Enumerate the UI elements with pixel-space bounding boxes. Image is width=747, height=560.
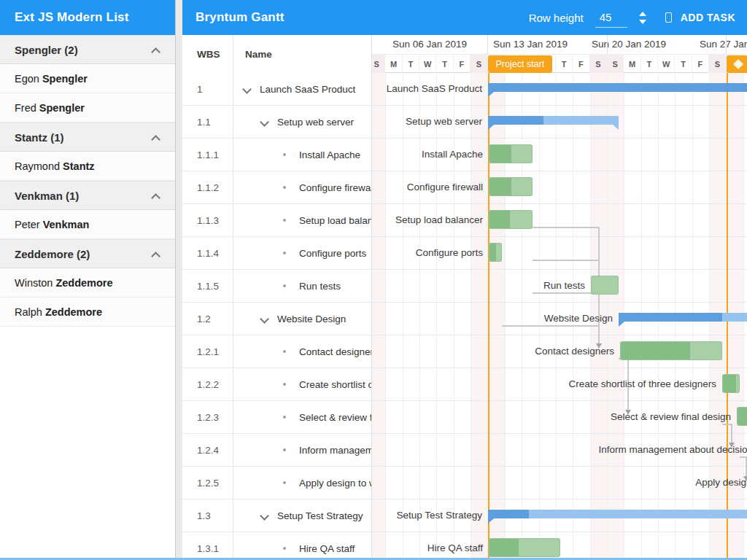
- task-name: Website Design: [277, 314, 346, 324]
- task-bar[interactable]: [489, 210, 533, 229]
- parent-task-bar[interactable]: [488, 510, 747, 518]
- wbs-cell[interactable]: 1.3: [182, 499, 233, 532]
- column-header-name[interactable]: Name: [233, 35, 372, 73]
- task-bar[interactable]: [489, 144, 533, 163]
- name-cell[interactable]: Inform management about decision: [233, 434, 372, 466]
- name-cell[interactable]: Configure ports: [233, 237, 372, 269]
- row-height-value[interactable]: 45: [595, 11, 612, 23]
- name-cell[interactable]: Select & review final design: [233, 401, 372, 433]
- name-cell[interactable]: Setup web server: [233, 106, 372, 138]
- row-height-field[interactable]: 45: [595, 11, 629, 24]
- list-group-header[interactable]: Zeddemore (2): [0, 239, 175, 268]
- bar-label: Contact designers: [535, 344, 614, 359]
- leaf-bullet-icon: [283, 153, 286, 156]
- wbs-cell[interactable]: 1.2: [182, 303, 233, 335]
- list-item[interactable]: RaymondStantz: [0, 152, 175, 181]
- row-height-spinner[interactable]: [639, 12, 646, 24]
- chevron-up-icon[interactable]: [151, 47, 160, 57]
- task-bar[interactable]: [620, 341, 722, 360]
- name-cell[interactable]: Launch SaaS Product: [233, 73, 372, 105]
- task-progress[interactable]: [488, 83, 747, 92]
- spinner-up-icon[interactable]: [639, 12, 646, 16]
- list-group-header[interactable]: Venkman (1): [0, 181, 175, 210]
- wbs-cell[interactable]: 1.3.1: [182, 532, 233, 558]
- task-progress[interactable]: [738, 408, 747, 425]
- parent-task-bar[interactable]: [488, 83, 747, 92]
- list-item[interactable]: PeterVenkman: [0, 210, 175, 239]
- task-bar[interactable]: [489, 177, 533, 196]
- parent-task-bar[interactable]: [619, 313, 747, 322]
- list-group-header[interactable]: Stantz (1): [0, 122, 175, 152]
- leaf-bullet-icon: [283, 448, 286, 451]
- wbs-cell[interactable]: 1.1.3: [182, 204, 233, 236]
- name-cell[interactable]: Contact designers: [233, 335, 372, 368]
- wbs-cell[interactable]: 1.1: [182, 106, 233, 138]
- expand-collapse-icon[interactable]: [242, 85, 252, 94]
- member-last-name: Venkman: [43, 219, 90, 230]
- chevron-up-icon[interactable]: [151, 193, 160, 203]
- name-cell[interactable]: Setup Test Strategy: [233, 499, 372, 532]
- name-cell[interactable]: Configure firewall: [233, 171, 372, 203]
- name-cell[interactable]: Install Apache: [233, 139, 372, 171]
- wbs-cell[interactable]: 1.1.2: [182, 171, 233, 203]
- wbs-cell[interactable]: 1.2.3: [182, 401, 233, 433]
- task-bar[interactable]: [722, 374, 740, 393]
- name-cell[interactable]: Hire QA staff: [233, 532, 372, 558]
- chevron-up-icon[interactable]: [151, 135, 160, 144]
- wbs-cell[interactable]: 1.1.5: [182, 270, 233, 302]
- task-progress[interactable]: [489, 244, 496, 261]
- wbs-cell[interactable]: 1.2.4: [182, 434, 233, 466]
- task-progress[interactable]: [621, 342, 690, 359]
- list-group-header[interactable]: Spengler (2): [0, 35, 175, 64]
- wbs-cell[interactable]: 1.2.1: [182, 335, 233, 368]
- wbs-cell[interactable]: 1.2.2: [182, 368, 233, 400]
- name-cell[interactable]: Create shortlist of three designers: [233, 368, 372, 400]
- chevron-up-icon[interactable]: [151, 252, 160, 261]
- spinner-down-icon[interactable]: [639, 20, 646, 24]
- task-progress[interactable]: [489, 145, 511, 163]
- list-item[interactable]: EgonSpengler: [0, 64, 175, 93]
- list-item[interactable]: RalphZeddemore: [0, 298, 175, 327]
- task-progress[interactable]: [488, 116, 543, 125]
- column-header-wbs[interactable]: WBS: [182, 35, 233, 73]
- list-item[interactable]: FredSpengler: [0, 93, 175, 122]
- week-header-label: Sun 13 Jan 2019: [493, 35, 568, 54]
- task-progress[interactable]: [489, 539, 519, 556]
- task-bar[interactable]: [489, 538, 560, 557]
- wbs-cell[interactable]: 1.2.5: [182, 467, 233, 499]
- diamond-icon: [732, 59, 743, 69]
- week-header-label: Sun 20 Jan 2019: [592, 35, 666, 54]
- expand-collapse-icon[interactable]: [260, 117, 269, 127]
- task-progress[interactable]: [488, 510, 529, 518]
- expand-collapse-icon[interactable]: [260, 314, 269, 324]
- wbs-cell[interactable]: 1: [182, 73, 233, 105]
- day-header-cell: S: [590, 55, 607, 73]
- gantt-title: Bryntum Gantt: [196, 10, 285, 25]
- name-cell[interactable]: Apply design to website: [233, 467, 372, 499]
- task-progress[interactable]: [619, 313, 722, 322]
- task-bar[interactable]: [591, 276, 619, 295]
- wbs-cell[interactable]: 1.1.1: [182, 139, 233, 171]
- name-cell[interactable]: Website Design: [233, 303, 372, 335]
- add-task-button[interactable]: ADD TASK: [665, 12, 735, 23]
- ext-list-header: Ext JS Modern List: [0, 0, 175, 35]
- day-header-cell: T: [436, 55, 453, 73]
- grid-header: WBS Name Sun 06 Jan 2019Sun 13 Jan 2019S…: [182, 35, 747, 73]
- bar-label: Setup Test Strategy: [396, 508, 482, 523]
- wbs-cell[interactable]: 1.1.4: [182, 237, 233, 269]
- project-start-marker: Project start: [488, 55, 553, 73]
- parent-task-bar[interactable]: [488, 116, 619, 125]
- name-cell[interactable]: Run tests: [233, 270, 372, 302]
- task-bar[interactable]: [737, 407, 747, 426]
- task-name: Setup Test Strategy: [277, 510, 363, 521]
- member-first-name: Winston: [15, 277, 53, 289]
- name-cell[interactable]: Setup load balancer: [233, 204, 372, 236]
- expand-collapse-icon[interactable]: [260, 511, 269, 521]
- week-header-label: Sun 27 Jan 2019: [700, 35, 747, 54]
- task-progress[interactable]: [489, 211, 510, 228]
- task-progress[interactable]: [489, 178, 511, 195]
- task-progress[interactable]: [723, 375, 736, 392]
- list-item[interactable]: WinstonZeddemore: [0, 268, 175, 298]
- task-name: Inform management about decision: [299, 445, 372, 456]
- task-bar[interactable]: [489, 243, 502, 262]
